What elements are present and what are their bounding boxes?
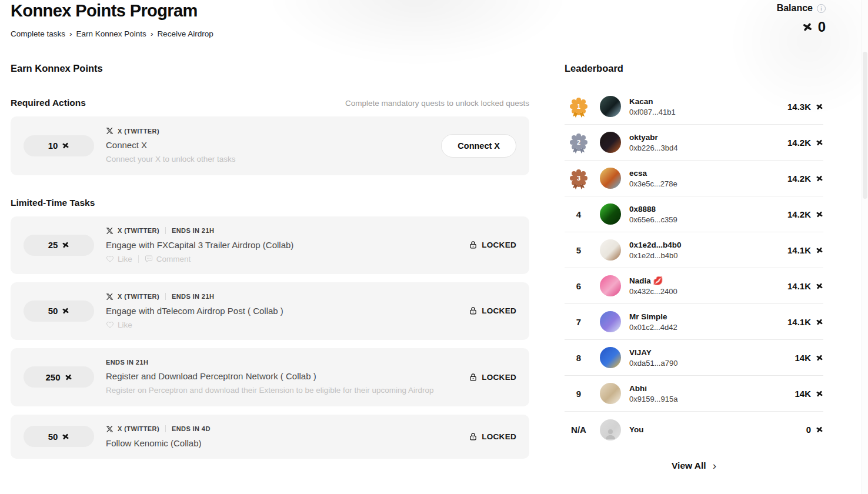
leaderboard-panel: Leaderboard 1 Kacan 0xf087...41b1 14.3K … bbox=[565, 57, 823, 471]
view-all-button[interactable]: View All › bbox=[565, 460, 823, 471]
chevron-right-icon: › bbox=[713, 460, 716, 471]
breadcrumb-step-receive-airdrop[interactable]: Receive Airdrop bbox=[157, 29, 213, 38]
scrollbar-thumb[interactable] bbox=[863, 52, 867, 199]
points-value: 10 bbox=[48, 141, 58, 151]
user-name: ecsa bbox=[629, 169, 787, 178]
rank-cell: 7 bbox=[565, 317, 593, 327]
task-title: Engage with FXCapital 3 Trailer Airdrop … bbox=[106, 240, 457, 250]
breadcrumb-step-complete-tasks[interactable]: Complete tasks bbox=[11, 29, 65, 38]
breadcrumb-separator: › bbox=[69, 29, 72, 38]
task-action-comment: Comment bbox=[145, 255, 191, 263]
avatar bbox=[600, 132, 621, 153]
user-name: You bbox=[629, 425, 806, 434]
avatar bbox=[600, 239, 621, 261]
task-card: 250 ENDS IN 21H Register and Download Pe… bbox=[11, 348, 529, 406]
task-title: Follow Kenomic (Collab) bbox=[106, 438, 457, 448]
points-value: 0 bbox=[806, 425, 811, 435]
platform-label: X (TWITTER) bbox=[118, 227, 159, 234]
ends-in-label: ENDS IN 21H bbox=[106, 359, 148, 366]
points-value: 14.3K bbox=[787, 102, 811, 112]
ends-in-label: ENDS IN 21H bbox=[172, 293, 214, 300]
leaderboard-heading: Leaderboard bbox=[565, 63, 823, 74]
points-value: 50 bbox=[48, 306, 58, 316]
required-actions-heading: Required Actions bbox=[11, 98, 86, 108]
required-task-card: 10 X (TWITTER) Connect X Connect your X … bbox=[11, 116, 529, 175]
view-all-label: View All bbox=[672, 460, 706, 471]
breadcrumb: Complete tasks › Earn Konnex Points › Re… bbox=[11, 29, 868, 38]
wallet-address: 0x65e6...c359 bbox=[629, 215, 787, 224]
rank-cell: 2 bbox=[565, 136, 593, 149]
points-pill: 10 bbox=[24, 135, 94, 156]
x-twitter-icon bbox=[106, 425, 113, 433]
platform-label: X (TWITTER) bbox=[118, 293, 159, 300]
meta-divider bbox=[165, 293, 166, 300]
points-icon bbox=[65, 373, 72, 381]
wallet-address: 0xf087...41b1 bbox=[629, 108, 787, 116]
user-name: 0x8888 bbox=[629, 205, 787, 213]
lock-icon bbox=[469, 373, 478, 382]
breadcrumb-step-earn-points[interactable]: Earn Konnex Points bbox=[76, 29, 146, 38]
points-icon bbox=[62, 433, 69, 440]
page-header: Konnex Points Program Complete tasks › E… bbox=[0, 0, 868, 38]
task-card: 25 X (TWITTER) ENDS IN 21H Engage with F… bbox=[11, 216, 529, 274]
points-value: 14.1K bbox=[787, 281, 811, 291]
rank-cell: 9 bbox=[565, 389, 593, 399]
wallet-address: 0x3e5c...278e bbox=[629, 179, 787, 188]
task-title: Register and Download Perceptron Network… bbox=[106, 371, 457, 381]
leaderboard-row: 9 Abhi 0x9159...915a 14K bbox=[565, 376, 823, 412]
wallet-address: 0x1e2d...b4b0 bbox=[629, 251, 787, 260]
locked-badge: LOCKED bbox=[469, 432, 516, 441]
leaderboard-list: 1 Kacan 0xf087...41b1 14.3K 2 oktyabr 0x… bbox=[565, 89, 823, 448]
platform-label: X (TWITTER) bbox=[118, 425, 159, 432]
limited-tasks-list: 25 X (TWITTER) ENDS IN 21H Engage with F… bbox=[11, 216, 529, 459]
points-icon bbox=[816, 426, 823, 433]
wallet-address: 0xb226...3bd4 bbox=[629, 143, 787, 152]
points-icon bbox=[816, 175, 823, 182]
balance-widget: Balance i 0 bbox=[777, 3, 826, 35]
points-pill: 50 bbox=[24, 301, 94, 322]
points-pill: 50 bbox=[24, 426, 94, 447]
task-title: Connect X bbox=[106, 140, 429, 150]
silver-medal-icon: 2 bbox=[572, 136, 585, 149]
connect-x-button[interactable]: Connect X bbox=[441, 134, 516, 158]
wallet-address: 0x9159...915a bbox=[629, 395, 794, 403]
points-icon bbox=[816, 354, 823, 362]
points-value: 25 bbox=[48, 240, 58, 250]
lock-icon bbox=[469, 306, 478, 315]
page-scrollbar[interactable] bbox=[862, 0, 868, 494]
points-icon bbox=[62, 307, 69, 315]
task-actions: LikeComment bbox=[106, 255, 457, 263]
task-card: 50 X (TWITTER) ENDS IN 21H Engage with d… bbox=[11, 282, 529, 340]
points-value: 14.2K bbox=[787, 209, 811, 219]
user-name: oktyabr bbox=[629, 133, 787, 142]
task-action-like: Like bbox=[106, 255, 132, 263]
comment-icon bbox=[145, 255, 153, 263]
balance-value: 0 bbox=[818, 19, 826, 35]
avatar bbox=[600, 347, 621, 368]
points-icon bbox=[816, 246, 823, 254]
locked-badge: LOCKED bbox=[469, 306, 516, 315]
page-title: Konnex Points Program bbox=[11, 1, 868, 21]
points-icon bbox=[816, 318, 823, 326]
wallet-address: 0xda51...a790 bbox=[629, 359, 794, 368]
points-icon bbox=[62, 241, 69, 249]
points-icon bbox=[802, 22, 813, 32]
info-icon[interactable]: i bbox=[817, 4, 826, 13]
gold-medal-icon: 1 bbox=[572, 100, 585, 113]
points-icon bbox=[816, 103, 823, 111]
limited-time-tasks-heading: Limited-Time Tasks bbox=[11, 198, 529, 208]
leaderboard-row: 5 0x1e2d...b4b0 0x1e2d...b4b0 14.1K bbox=[565, 232, 823, 268]
points-value: 50 bbox=[48, 432, 58, 442]
lock-icon bbox=[469, 432, 478, 441]
rank-cell: 6 bbox=[565, 281, 593, 291]
leaderboard-row: 1 Kacan 0xf087...41b1 14.3K bbox=[565, 89, 823, 125]
ends-in-label: ENDS IN 4D bbox=[172, 425, 211, 432]
earn-points-heading: Earn Konnex Points bbox=[11, 63, 529, 74]
avatar bbox=[600, 203, 621, 225]
leaderboard-row: 6 Nadia 💋 0x432c...2400 14.1K bbox=[565, 268, 823, 304]
leaderboard-row: N/A You 0 bbox=[565, 412, 823, 448]
task-action-like: Like bbox=[106, 321, 132, 329]
avatar bbox=[600, 275, 621, 296]
rank-cell: N/A bbox=[565, 425, 593, 435]
points-value: 14.2K bbox=[787, 173, 811, 183]
